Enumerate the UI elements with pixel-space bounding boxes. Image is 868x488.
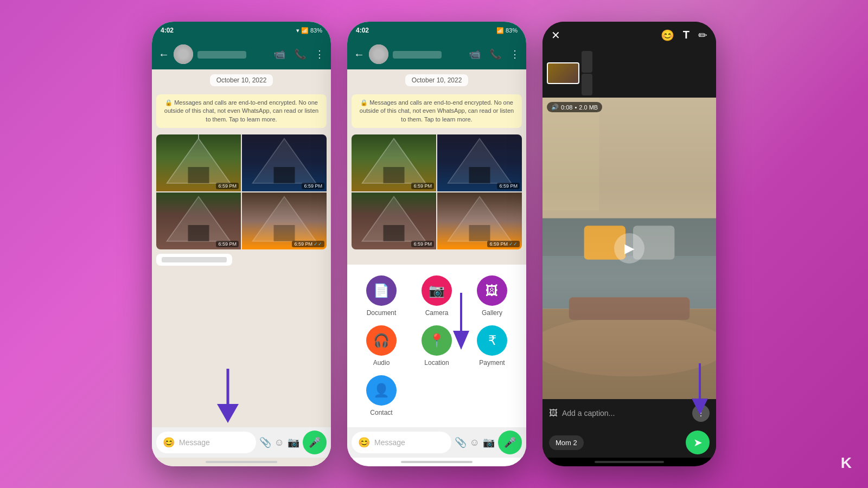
image-cell-4[interactable]: 6:59 PM✓✓ bbox=[242, 192, 327, 249]
status-bar-1: 4:02 ▾ 📶 83% bbox=[152, 22, 331, 39]
emoji-sticker-icon[interactable]: 😊 bbox=[661, 29, 674, 42]
video-main-area[interactable]: 🔊 0:08 • 2.0 MB ▶ bbox=[542, 98, 716, 399]
sticker-icon-2[interactable]: ☺ bbox=[470, 437, 480, 448]
svg-rect-14 bbox=[469, 167, 490, 183]
time-1: 4:02 bbox=[161, 27, 174, 34]
contact-name-2 bbox=[393, 49, 464, 59]
camera-icon-2[interactable]: 📷 bbox=[483, 436, 495, 448]
attachment-menu: 📄 Document 📷 Camera 🖼 Gallery 🎧 Audio bbox=[347, 265, 526, 427]
phone3-bottom-bar: Mom 2 ➤ bbox=[542, 427, 716, 458]
status-icons-1: ▾ 📶 83% bbox=[296, 27, 322, 34]
attach-item-gallery[interactable]: 🖼 Gallery bbox=[469, 275, 515, 317]
document-label: Document bbox=[367, 309, 397, 317]
sticker-icon-1[interactable]: ☺ bbox=[275, 437, 284, 448]
svg-rect-8 bbox=[274, 225, 295, 241]
video-thumb-2b[interactable] bbox=[582, 74, 592, 95]
time-badge-1-2: 6:59 PM bbox=[302, 183, 324, 189]
back-button-1[interactable]: ← bbox=[158, 48, 169, 61]
video-preview-strip bbox=[542, 49, 716, 98]
voice-call-icon-2[interactable]: 📞 bbox=[489, 48, 501, 60]
image-cell-3[interactable]: 6:59 PM bbox=[156, 192, 241, 249]
input-bar-1: 😊 Message 📎 ☺ 📷 🎤 bbox=[152, 427, 331, 458]
time-badge-2-3: 6:59 PM bbox=[411, 241, 434, 247]
close-button-3[interactable]: ✕ bbox=[551, 29, 560, 42]
video-duration-badge: 🔊 0:08 • 2.0 MB bbox=[547, 102, 602, 112]
p2-image-cell-1[interactable]: 6:59 PM bbox=[352, 134, 436, 191]
p2-image-cell-3[interactable]: 6:59 PM bbox=[352, 192, 436, 249]
attach-item-audio[interactable]: 🎧 Audio bbox=[358, 325, 405, 367]
chat-area-1: October 10, 2022 🔒 Messages and calls ar… bbox=[152, 69, 331, 466]
sound-icon: 🔊 bbox=[551, 104, 559, 111]
time-badge-2-4: 6:59 PM✓✓ bbox=[487, 241, 520, 247]
attach-icon-1[interactable]: 📎 bbox=[259, 436, 271, 448]
sticker-icon-3[interactable]: 🖼 bbox=[549, 408, 558, 418]
time-badge-2-1: 6:59 PM bbox=[411, 183, 434, 189]
video-thumb-active[interactable] bbox=[547, 62, 579, 84]
attach-item-location[interactable]: 📍 Location bbox=[413, 325, 460, 367]
voice-call-icon-1[interactable]: 📞 bbox=[294, 48, 306, 60]
time-2: 4:02 bbox=[356, 27, 369, 34]
more-options-icon-1[interactable]: ⋮ bbox=[315, 48, 324, 60]
payment-label: Payment bbox=[479, 359, 505, 367]
avatar-1 bbox=[174, 44, 193, 64]
svg-rect-18 bbox=[469, 225, 490, 241]
send-button-3[interactable]: ➤ bbox=[686, 431, 710, 454]
phone-1: 4:02 ▾ 📶 83% ← 📹 📞 ⋮ bbox=[152, 22, 331, 466]
svg-rect-30 bbox=[569, 297, 690, 320]
separator-dot: • bbox=[575, 104, 577, 111]
date-badge-1: October 10, 2022 bbox=[210, 75, 273, 85]
svg-point-23 bbox=[542, 316, 716, 376]
attach-item-payment[interactable]: ₹ Payment bbox=[469, 325, 515, 367]
image-cell-2[interactable]: 6:59 PM bbox=[242, 134, 327, 191]
text-tool-icon[interactable]: T bbox=[683, 29, 690, 42]
time-badge-2-2: 6:59 PM bbox=[497, 183, 520, 189]
attach-icon-2[interactable]: 📎 bbox=[455, 436, 467, 448]
phone-2-frame: 4:02 📶 83% ← 📹 📞 ⋮ bbox=[347, 22, 526, 466]
camera-icon-1[interactable]: 📷 bbox=[288, 436, 299, 448]
image-grid-2: 6:59 PM 6:59 PM bbox=[352, 134, 522, 249]
signal-icon: 📶 bbox=[301, 27, 309, 34]
play-button-3[interactable]: ▶ bbox=[614, 233, 644, 264]
more-options-icon-2[interactable]: ⋮ bbox=[510, 48, 520, 60]
svg-rect-12 bbox=[384, 167, 405, 183]
pencil-tool-icon[interactable]: ✏ bbox=[698, 29, 707, 42]
phone-2: 4:02 📶 83% ← 📹 📞 ⋮ bbox=[347, 22, 526, 466]
caption-bar: 🖼 Add a caption... ⋮ bbox=[542, 399, 716, 427]
message-bubble-1 bbox=[156, 254, 232, 266]
video-call-icon-1[interactable]: 📹 bbox=[273, 48, 285, 60]
caption-input-field[interactable]: Add a caption... bbox=[562, 409, 688, 418]
caption-options-btn[interactable]: ⋮ bbox=[692, 404, 710, 422]
audio-label: Audio bbox=[373, 359, 390, 367]
battery-2: 83% bbox=[506, 27, 518, 34]
recipient-chip[interactable]: Mom 2 bbox=[549, 435, 584, 450]
file-size-text: 2.0 MB bbox=[579, 104, 598, 111]
attach-item-document[interactable]: 📄 Document bbox=[358, 275, 405, 317]
status-bar-2: 4:02 📶 83% bbox=[347, 22, 526, 39]
emoji-icon-2[interactable]: 😊 bbox=[358, 436, 370, 448]
p2-image-cell-4[interactable]: 6:59 PM✓✓ bbox=[437, 192, 522, 249]
wifi-icon: ▾ bbox=[296, 27, 299, 34]
avatar-2 bbox=[369, 44, 388, 64]
time-badge-1-3: 6:59 PM bbox=[216, 241, 239, 247]
wa-header-2: ← 📹 📞 ⋮ bbox=[347, 39, 526, 69]
message-input-2[interactable]: 😊 Message bbox=[352, 432, 451, 453]
signal-icon-2: 📶 bbox=[496, 27, 504, 34]
mic-button-2[interactable]: 🎤 bbox=[498, 431, 522, 454]
header-icons-2: 📹 📞 ⋮ bbox=[469, 48, 520, 60]
back-button-2[interactable]: ← bbox=[354, 48, 365, 61]
contact-name-1 bbox=[197, 49, 269, 59]
chat-area-2: October 10, 2022 🔒 Messages and calls ar… bbox=[347, 69, 526, 265]
attach-item-contact[interactable]: 👤 Contact bbox=[358, 375, 405, 416]
time-badge-1-4: 6:59 PM✓✓ bbox=[292, 241, 324, 247]
mic-button-1[interactable]: 🎤 bbox=[303, 431, 327, 454]
emoji-icon-1[interactable]: 😊 bbox=[163, 436, 175, 448]
attach-item-camera[interactable]: 📷 Camera bbox=[413, 275, 460, 317]
image-cell-1[interactable]: 6:59 PM bbox=[156, 134, 241, 191]
video-thumb-2a[interactable] bbox=[582, 51, 592, 73]
document-circle: 📄 bbox=[366, 275, 397, 306]
encryption-notice-1: 🔒 Messages and calls are end-to-end encr… bbox=[156, 94, 327, 128]
message-input-1[interactable]: 😊 Message bbox=[156, 432, 256, 453]
watermark: K bbox=[841, 454, 852, 472]
video-call-icon-2[interactable]: 📹 bbox=[469, 48, 481, 60]
p2-image-cell-2[interactable]: 6:59 PM bbox=[437, 134, 522, 191]
